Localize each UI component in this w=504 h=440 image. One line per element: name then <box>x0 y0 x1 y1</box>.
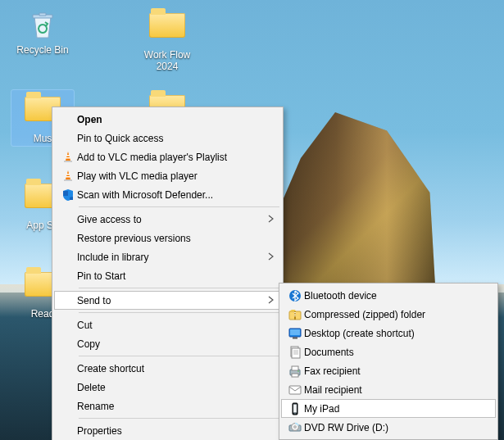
menu-label: Mail recipient <box>304 384 362 396</box>
svg-rect-16 <box>293 337 297 338</box>
svg-rect-11 <box>294 312 296 313</box>
menu-label: Scan with Microsoft Defender... <box>77 189 213 201</box>
menu-label: Give access to <box>77 214 142 225</box>
menu-label: Copy <box>77 338 100 350</box>
menu-label: Play with VLC media player <box>77 170 198 182</box>
menu-item-pin-quick-access[interactable]: Pin to Quick access <box>54 129 281 147</box>
menu-item-create-shortcut[interactable]: Create shortcut <box>54 359 281 378</box>
defender-icon <box>59 188 77 202</box>
svg-rect-1 <box>66 155 70 156</box>
svg-rect-4 <box>66 174 70 175</box>
menu-item-send-to[interactable]: Send to <box>54 291 281 310</box>
menu-label: Pin to Start <box>77 270 125 282</box>
svg-rect-15 <box>290 329 300 335</box>
svg-rect-12 <box>294 314 296 315</box>
menu-label: My iPad <box>304 403 339 415</box>
menu-label: Include in library <box>77 252 148 263</box>
svg-rect-13 <box>294 315 296 316</box>
folder-icon <box>148 13 187 46</box>
zip-folder-icon <box>286 308 304 321</box>
menu-item-copy[interactable]: Copy <box>54 334 281 353</box>
menu-item-properties[interactable]: Properties <box>54 421 281 440</box>
svg-rect-2 <box>66 157 70 159</box>
sendto-zip[interactable]: Compressed (zipped) folder <box>281 305 496 324</box>
menu-separator <box>79 356 279 356</box>
recycle-bin-icon <box>23 8 62 41</box>
desktop-icon-work-flow[interactable]: Work Flow 2024 <box>136 8 198 72</box>
device-icon <box>286 402 304 415</box>
menu-label: Send to <box>77 295 111 306</box>
menu-separator <box>79 206 279 207</box>
menu-item-pin-start[interactable]: Pin to Start <box>54 266 281 285</box>
submenu-arrow-icon <box>268 214 275 225</box>
sendto-bluetooth[interactable]: Bluetooth device <box>281 286 496 305</box>
svg-rect-24 <box>292 374 298 377</box>
sendto-mail[interactable]: Mail recipient <box>281 380 496 399</box>
context-menu[interactable]: Open Pin to Quick access Add to VLC medi… <box>52 107 284 440</box>
sendto-ipad[interactable]: My iPad <box>281 399 496 418</box>
desktop-icon-recycle-bin[interactable]: Recycle Bin <box>11 8 74 56</box>
disc-drive-icon <box>286 421 304 434</box>
menu-item-open[interactable]: Open <box>54 110 281 129</box>
menu-label: Fax recipient <box>304 365 361 377</box>
desktop-icon <box>286 327 304 340</box>
menu-item-vlc-play[interactable]: Play with VLC media player <box>54 166 281 185</box>
menu-separator <box>79 288 279 288</box>
menu-item-rename[interactable]: Rename <box>54 397 281 415</box>
submenu-arrow-icon <box>268 252 275 263</box>
menu-item-delete[interactable]: Delete <box>54 378 281 397</box>
submenu-arrow-icon <box>268 295 275 306</box>
menu-separator <box>79 312 279 313</box>
menu-label: Delete <box>77 382 106 393</box>
menu-label: Create shortcut <box>77 363 144 374</box>
svg-point-32 <box>294 425 296 427</box>
menu-separator <box>79 418 279 419</box>
menu-label: Properties <box>77 425 122 437</box>
menu-label: Rename <box>77 401 114 412</box>
svg-point-25 <box>297 370 299 372</box>
menu-label: Pin to Quick access <box>77 133 163 144</box>
documents-icon <box>286 346 304 359</box>
desktop-icon-label: Work Flow 2024 <box>136 49 198 72</box>
vlc-icon <box>59 170 77 183</box>
svg-rect-5 <box>66 176 70 178</box>
menu-item-restore-versions[interactable]: Restore previous versions <box>54 229 281 247</box>
svg-rect-23 <box>292 366 298 370</box>
mail-icon <box>286 383 304 397</box>
svg-point-29 <box>294 413 295 414</box>
sendto-documents[interactable]: Documents <box>281 342 496 361</box>
menu-item-defender[interactable]: Scan with Microsoft Defender... <box>54 185 281 204</box>
svg-rect-3 <box>64 179 72 181</box>
menu-item-vlc-add[interactable]: Add to VLC media player's Playlist <box>54 147 281 166</box>
menu-item-include-library[interactable]: Include in library <box>54 247 281 266</box>
sendto-dvd[interactable]: DVD RW Drive (D:) <box>281 418 496 437</box>
sendto-desktop[interactable]: Desktop (create shortcut) <box>281 324 496 342</box>
svg-rect-18 <box>292 348 300 358</box>
menu-item-give-access[interactable]: Give access to <box>54 210 281 229</box>
bluetooth-icon <box>286 289 304 302</box>
svg-rect-6 <box>63 191 68 196</box>
menu-label: Bluetooth device <box>304 290 377 302</box>
vlc-icon <box>59 151 77 164</box>
menu-label: Restore previous versions <box>77 233 191 244</box>
menu-label: Open <box>77 114 102 125</box>
menu-label: Cut <box>77 320 93 331</box>
desktop[interactable]: Recycle Bin Work Flow 2024 Mus App Se Re… <box>0 0 504 440</box>
menu-label: DVD RW Drive (D:) <box>304 422 388 433</box>
desktop-icon-label: Recycle Bin <box>11 44 74 56</box>
menu-item-cut[interactable]: Cut <box>54 315 281 334</box>
sendto-fax[interactable]: Fax recipient <box>281 361 496 380</box>
svg-rect-0 <box>64 161 72 162</box>
menu-label: Add to VLC media player's Playlist <box>77 152 227 163</box>
menu-label: Desktop (create shortcut) <box>304 328 415 339</box>
menu-label: Documents <box>304 347 354 358</box>
menu-label: Compressed (zipped) folder <box>304 309 425 320</box>
svg-rect-28 <box>293 404 297 412</box>
fax-icon <box>286 365 304 378</box>
send-to-submenu[interactable]: Bluetooth device Compressed (zipped) fol… <box>279 283 498 440</box>
svg-rect-26 <box>289 386 301 394</box>
